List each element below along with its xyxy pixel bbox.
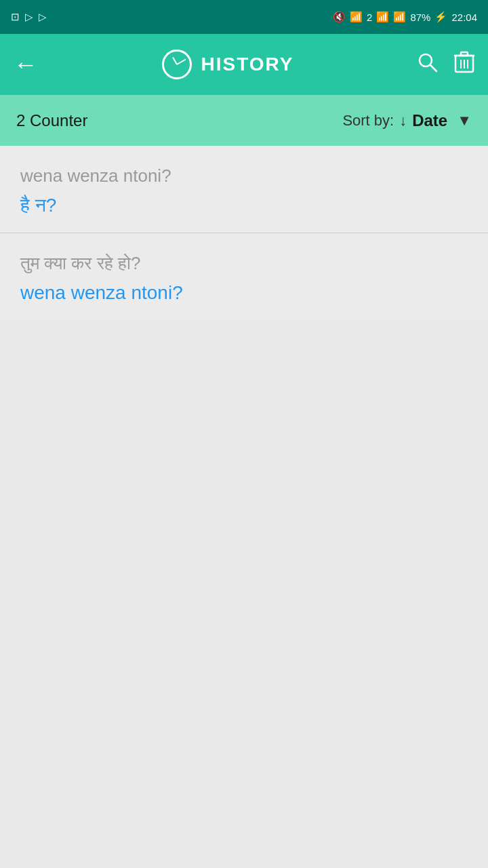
history-translation-text: wena wenza ntoni?: [20, 281, 468, 305]
sort-value: Date: [412, 111, 447, 130]
sort-by-label: Sort by:: [342, 112, 394, 130]
counter-label: 2 Counter: [16, 111, 87, 130]
clock-minute-hand: [176, 59, 186, 65]
svg-rect-4: [461, 52, 468, 56]
toolbar-title-area: HISTORY: [49, 50, 407, 79]
history-source-text: wena wenza ntoni?: [20, 165, 468, 188]
sort-dropdown-icon[interactable]: ▼: [457, 112, 472, 130]
back-button[interactable]: ←: [14, 50, 38, 79]
sim2-icon: 2: [367, 12, 372, 23]
history-clock-icon: [162, 50, 192, 79]
mute-icon: 🔇: [333, 11, 346, 23]
toolbar-actions: [418, 51, 474, 79]
filter-bar: 2 Counter Sort by: ↓ Date ▼: [0, 95, 488, 146]
delete-button[interactable]: [454, 51, 474, 79]
sort-direction-icon: ↓: [399, 112, 407, 130]
toolbar: ← HISTORY: [0, 34, 488, 95]
wifi-icon: 📶: [350, 11, 363, 23]
status-left-icons: ⊡ ▷ ▷: [11, 11, 47, 23]
toolbar-title: HISTORY: [201, 54, 294, 75]
status-bar: ⊡ ▷ ▷ 🔇 📶 2 📶 📶 87% ⚡ 22:04: [0, 0, 488, 34]
image-icon: ⊡: [11, 11, 20, 23]
history-item[interactable]: wena wenza ntoni? है न?: [0, 146, 488, 233]
signal2-icon: 📶: [393, 11, 406, 23]
time-display: 22:04: [451, 12, 477, 23]
sort-area[interactable]: Sort by: ↓ Date ▼: [342, 111, 472, 130]
signal-icon: 📶: [376, 11, 389, 23]
history-translation-text: है न?: [20, 193, 468, 218]
svg-line-1: [430, 65, 436, 71]
battery-icon: ⚡: [434, 11, 447, 23]
search-button[interactable]: [418, 52, 438, 77]
history-source-text: तुम क्या कर रहे हो?: [20, 252, 468, 275]
history-list: wena wenza ntoni? है न? तुम क्या कर रहे …: [0, 146, 488, 320]
history-item[interactable]: तुम क्या कर रहे हो? wena wenza ntoni?: [0, 233, 488, 320]
battery-text: 87%: [410, 12, 430, 23]
status-right-icons: 🔇 📶 2 📶 📶 87% ⚡ 22:04: [333, 11, 477, 23]
play-icon: ▷: [25, 11, 33, 23]
play2-icon: ▷: [39, 11, 47, 23]
